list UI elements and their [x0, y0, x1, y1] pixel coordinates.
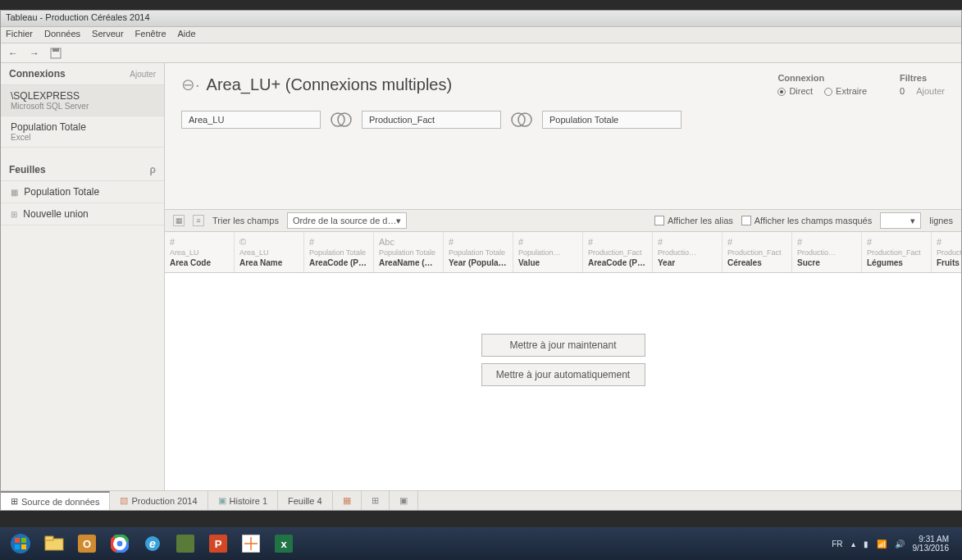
tab-histoire-1[interactable]: ▣ Histoire 1: [208, 491, 278, 510]
rows-label: lignes: [929, 216, 953, 225]
task-chrome[interactable]: [105, 530, 134, 557]
column-source: Population Totale: [379, 248, 438, 257]
column-header[interactable]: #Productio…Sucre: [792, 232, 862, 272]
table-area-lu[interactable]: Area_LU: [181, 111, 321, 129]
grid-body: Mettre à jour maintenant Mettre à jour a…: [165, 273, 961, 490]
main: Connexions Ajouter \SQLEXPRESS Microsoft…: [1, 63, 961, 490]
table-icon: ▦: [11, 188, 18, 197]
show-alias-check[interactable]: Afficher les alias: [654, 216, 733, 225]
column-field: Area Code: [170, 258, 229, 267]
tray-volume-icon[interactable]: 🔊: [895, 540, 905, 549]
svg-rect-10: [21, 544, 26, 549]
task-powerpoint[interactable]: P: [203, 530, 233, 557]
checkbox-icon: [741, 216, 751, 225]
table-population-totale[interactable]: Population Totale: [542, 111, 682, 129]
column-header[interactable]: AbcPopulation TotaleAreaName (Po…: [374, 232, 444, 272]
join-icon-2[interactable]: [509, 111, 534, 129]
rows-input[interactable]: ▾: [880, 212, 921, 229]
menu-fichier[interactable]: Fichier: [6, 29, 33, 41]
sheets-header: Feuilles ρ: [1, 159, 164, 181]
radio-direct[interactable]: Direct: [777, 86, 813, 96]
column-header[interactable]: #Production_FactCéreales: [723, 232, 792, 272]
new-story-button[interactable]: ▣: [390, 491, 418, 510]
datasource-icon: ⊖·: [181, 75, 200, 94]
type-icon: #: [727, 237, 786, 247]
column-source: Productio…: [937, 248, 961, 257]
type-icon: Abc: [379, 237, 438, 247]
grid-header: #Area_LUArea Code©Area_LUArea Name#Popul…: [165, 232, 961, 273]
task-tableau[interactable]: [236, 530, 266, 557]
new-worksheet-button[interactable]: ▦: [333, 491, 362, 510]
task-app-green[interactable]: [171, 530, 200, 557]
toolbar: ← →: [1, 43, 961, 63]
column-header[interactable]: #Production_FactAreaCode (Pr…: [583, 232, 653, 272]
type-icon: #: [797, 237, 856, 247]
column-header[interactable]: #Population TotaleAreaCode (Po…: [304, 232, 374, 272]
start-button[interactable]: [5, 530, 36, 557]
menu-serveur[interactable]: Serveur: [92, 29, 124, 41]
menu-fenetre[interactable]: Fenêtre: [135, 29, 166, 41]
system-tray: FR ▴ ▮ 📶 🔊 9:31 AM 9/13/2016: [832, 535, 957, 553]
column-field: Value: [518, 258, 577, 267]
menu-donnees[interactable]: Données: [44, 29, 80, 41]
connection-sqlexpress[interactable]: \SQLEXPRESS Microsoft SQL Server: [1, 85, 164, 116]
type-icon: #: [937, 237, 961, 247]
tray-network-icon[interactable]: 📶: [877, 540, 887, 549]
connection-name: \SQLEXPRESS: [11, 90, 154, 102]
column-header[interactable]: #Population…Value: [513, 232, 583, 272]
tray-battery-icon[interactable]: ▮: [864, 540, 869, 549]
tray-caret-icon[interactable]: ▴: [851, 540, 855, 549]
window-title: Tableau - Production Céréales 2014: [6, 12, 150, 22]
new-union[interactable]: ⊞ Nouvelle union: [1, 203, 164, 225]
column-header[interactable]: ©Area_LUArea Name: [235, 232, 304, 272]
column-header[interactable]: #Productio…Fruits: [932, 232, 961, 272]
type-icon: #: [170, 237, 229, 247]
sheet-population[interactable]: ▦ Population Totale: [1, 181, 164, 203]
column-field: Fruits: [937, 258, 961, 267]
type-icon: #: [449, 237, 508, 247]
show-hidden-check[interactable]: Afficher les champs masqués: [741, 216, 872, 225]
tray-lang[interactable]: FR: [832, 540, 842, 549]
radio-extract[interactable]: Extraire: [824, 86, 867, 96]
task-explorer[interactable]: [39, 530, 69, 557]
update-auto-button[interactable]: Mettre à jour automatiquement: [481, 363, 645, 386]
task-ie[interactable]: e: [138, 530, 167, 557]
connection-population[interactable]: Population Totale Excel: [1, 116, 164, 148]
grid-toolbar: ▦ ≡ Trier les champs Ordre de la source …: [165, 209, 961, 232]
table-production-fact[interactable]: Production_Fact: [362, 111, 501, 129]
tab-production-2014[interactable]: ▧ Production 2014: [110, 491, 207, 510]
column-header[interactable]: #Population TotaleYear (Populati…: [444, 232, 513, 272]
task-outlook[interactable]: O: [72, 530, 102, 557]
tab-datasource[interactable]: ⊞ Source de données: [1, 491, 110, 510]
menu-aide[interactable]: Aide: [178, 29, 196, 41]
column-source: Productio…: [658, 248, 717, 257]
sidebar: Connexions Ajouter \SQLEXPRESS Microsoft…: [1, 63, 165, 490]
add-filter[interactable]: Ajouter: [916, 86, 945, 96]
column-header[interactable]: #Area_LUArea Code: [165, 232, 235, 272]
update-now-button[interactable]: Mettre à jour maintenant: [481, 334, 645, 357]
forward-button[interactable]: →: [27, 46, 42, 61]
sort-select[interactable]: Ordre de la source de d… ▾: [287, 212, 408, 229]
back-button[interactable]: ←: [6, 46, 21, 61]
tray-clock[interactable]: 9:31 AM 9/13/2016: [913, 535, 950, 553]
column-source: Population Totale: [309, 248, 368, 257]
grid-view-icon[interactable]: ▦: [173, 215, 185, 226]
join-icon-1[interactable]: [329, 111, 353, 129]
tray-date: 9/13/2016: [913, 544, 950, 553]
new-dashboard-button[interactable]: ⊞: [362, 491, 390, 510]
connections-header: Connexions Ajouter: [1, 63, 164, 85]
column-header[interactable]: #Production_FactLégumes: [862, 232, 932, 272]
tab-feuille-4[interactable]: Feuille 4: [278, 491, 333, 510]
type-icon: #: [518, 237, 577, 247]
column-header[interactable]: #Productio…Year: [653, 232, 723, 272]
join-canvas[interactable]: Area_LU Production_Fact Population Total…: [165, 102, 961, 209]
list-view-icon[interactable]: ≡: [193, 215, 204, 226]
connections-label: Connexions: [9, 68, 66, 80]
save-button[interactable]: [48, 46, 63, 61]
add-connection[interactable]: Ajouter: [130, 70, 156, 79]
connection-group: Connexion Direct Extraire: [777, 73, 867, 96]
column-field: Sucre: [797, 258, 856, 267]
datasource-title: Area_LU+ (Connexions multiples): [207, 75, 453, 94]
task-excel[interactable]: x: [269, 530, 299, 557]
type-icon: ©: [239, 237, 299, 247]
